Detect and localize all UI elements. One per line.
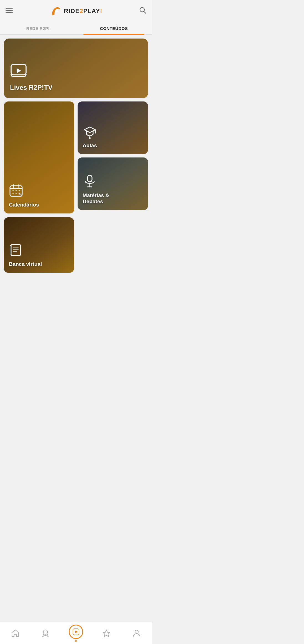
tv-play-icon [10, 62, 27, 79]
card-calendarios-content: Calendários [9, 184, 39, 208]
svg-rect-27 [10, 246, 11, 255]
logo: RIDE2PLAY! [50, 5, 103, 17]
svg-point-19 [89, 137, 91, 139]
card-banca-content: Banca virtual [9, 243, 42, 267]
card-aulas-content: Aulas [83, 124, 97, 149]
calendar-icon [9, 184, 23, 198]
card-banca[interactable]: Banca virtual [4, 217, 74, 273]
svg-point-12 [16, 190, 17, 191]
svg-point-11 [12, 190, 14, 191]
newspaper-icon [9, 243, 23, 257]
svg-point-14 [12, 193, 14, 194]
svg-rect-2 [6, 12, 13, 13]
card-materias-content: Matérias &Debates [83, 174, 109, 205]
logo-text: RIDE2PLAY! [64, 7, 103, 15]
cards-grid: Calendários Aulas [4, 101, 148, 217]
graduation-icon [83, 124, 97, 139]
hero-card-content: Lives R2P!TV [10, 62, 52, 91]
header: RIDE2PLAY! [0, 0, 152, 22]
hero-label: Lives R2P!TV [10, 84, 52, 91]
menu-icon[interactable] [6, 8, 13, 14]
svg-rect-0 [6, 8, 13, 9]
svg-point-13 [19, 190, 20, 191]
svg-point-16 [19, 193, 20, 194]
card-calendarios-label: Calendários [9, 202, 39, 208]
search-icon[interactable] [139, 7, 146, 16]
tab-conteudos[interactable]: CONTEÚDOS [76, 22, 152, 34]
bottom-spacer [0, 277, 152, 302]
right-column: Aulas Matérias &Debates [78, 101, 148, 210]
card-banca-label: Banca virtual [9, 261, 42, 267]
hero-card-lives[interactable]: Lives R2P!TV [4, 39, 148, 98]
svg-line-5 [144, 11, 146, 13]
card-aulas[interactable]: Aulas [78, 101, 148, 154]
card-calendarios[interactable]: Calendários [4, 101, 74, 213]
card-materias-label: Matérias &Debates [83, 192, 109, 205]
logo-icon [50, 5, 62, 17]
banca-section: Banca virtual [0, 217, 152, 277]
card-aulas-label: Aulas [83, 142, 97, 149]
tabs-bar: REDE R2P! CONTEÚDOS [0, 22, 152, 35]
microphone-icon [83, 174, 97, 189]
svg-marker-3 [56, 9, 59, 13]
svg-rect-1 [6, 10, 13, 11]
svg-point-15 [16, 193, 17, 194]
tab-rede[interactable]: REDE R2P! [0, 22, 76, 34]
main-content: Lives R2P!TV [0, 35, 152, 217]
svg-rect-20 [88, 175, 92, 182]
card-materias[interactable]: Matérias &Debates [78, 157, 148, 210]
